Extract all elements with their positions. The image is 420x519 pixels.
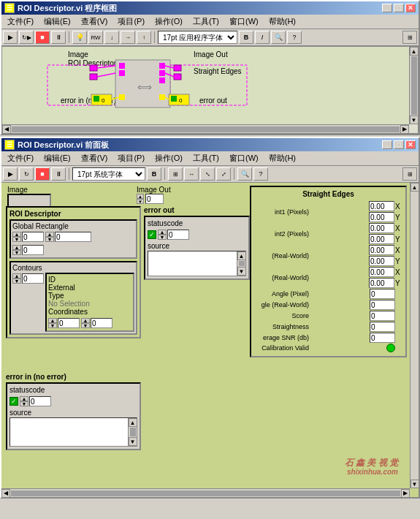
help-button[interactable]: ? bbox=[287, 31, 302, 44]
gr-ctrl-1[interactable]: ▲ ▼ bbox=[12, 232, 44, 242]
coord-ctrl-1[interactable]: ▲ ▼ bbox=[48, 318, 80, 328]
contours-up[interactable]: ▲ bbox=[12, 273, 21, 279]
coord-ctrl-2[interactable]: ▲ ▼ bbox=[81, 318, 112, 328]
italic-button[interactable]: I bbox=[255, 31, 270, 44]
menu-view[interactable]: 查看(V) bbox=[77, 15, 112, 28]
fp-menu-edit[interactable]: 编辑(E) bbox=[39, 152, 75, 164]
fp-scroll-down[interactable]: ▼ bbox=[411, 480, 419, 488]
fp-help-button[interactable]: ? bbox=[253, 167, 268, 181]
fp-resize-button[interactable]: ⤡ bbox=[200, 167, 215, 181]
error-in-arrows[interactable]: ▲ ▼ bbox=[20, 396, 28, 406]
menu-project[interactable]: 项目(P) bbox=[113, 15, 149, 28]
maximize-button[interactable]: □ bbox=[394, 4, 404, 12]
error-out-vscroll[interactable]: ▲ ▼ bbox=[237, 251, 245, 276]
run-button[interactable]: ▶ bbox=[3, 31, 18, 44]
menu-file[interactable]: 文件(F) bbox=[3, 15, 38, 28]
fp-align-button[interactable]: ⊞ bbox=[168, 167, 183, 181]
coord-input-1[interactable] bbox=[58, 318, 80, 328]
eo-scroll-down[interactable]: ▼ bbox=[237, 267, 246, 276]
gr-ctrl-2[interactable]: ▲ ▼ bbox=[45, 232, 91, 242]
angle-real-input[interactable] bbox=[370, 300, 395, 310]
retain-button[interactable]: RW bbox=[88, 31, 103, 44]
gr-input-2[interactable] bbox=[55, 232, 91, 242]
bold-button[interactable]: B bbox=[239, 31, 253, 44]
error-in-down[interactable]: ▼ bbox=[20, 401, 28, 406]
contours-num[interactable]: ▲ ▼ bbox=[12, 273, 44, 284]
diagram-vscroll[interactable]: ▲ ▼ bbox=[409, 47, 418, 124]
coord-up-2[interactable]: ▲ bbox=[81, 318, 90, 323]
coord-input-2[interactable] bbox=[91, 318, 112, 328]
fp-hscroll[interactable]: ◀ ▶ bbox=[1, 488, 410, 497]
coord-up-1[interactable]: ▲ bbox=[48, 318, 57, 323]
error-in-checkbox[interactable]: ✓ bbox=[9, 397, 18, 406]
step-out-button[interactable]: ↑ bbox=[137, 31, 151, 44]
image-out-up-arrow[interactable]: ▲ bbox=[137, 194, 144, 199]
gr-input-3[interactable] bbox=[22, 245, 44, 255]
ei-scroll-up[interactable]: ▲ bbox=[129, 418, 137, 427]
fp-menu-tools[interactable]: 工具(T) bbox=[188, 152, 224, 164]
ei-scroll-down[interactable]: ▼ bbox=[129, 437, 137, 446]
rw2-x-input[interactable] bbox=[369, 267, 394, 277]
contours-down[interactable]: ▼ bbox=[12, 279, 21, 284]
menu-help[interactable]: 帮助(H) bbox=[264, 15, 300, 28]
angle-pixel-input[interactable] bbox=[370, 289, 395, 299]
fp-font-dropdown[interactable]: 17pt 系统字体 bbox=[72, 167, 145, 181]
snr-input[interactable] bbox=[370, 333, 395, 343]
scroll-down-btn[interactable]: ▼ bbox=[410, 115, 419, 124]
error-out-arrows[interactable]: ▲ ▼ bbox=[158, 230, 167, 240]
fp-menu-operate[interactable]: 操作(O) bbox=[150, 152, 187, 164]
step-into-button[interactable]: ↓ bbox=[104, 31, 119, 44]
font-dropdown[interactable]: 17pt 应用程序字体 bbox=[158, 31, 237, 44]
error-in-vscroll[interactable]: ▲ ▼ bbox=[128, 418, 137, 446]
coord-arrows-1[interactable]: ▲ ▼ bbox=[48, 318, 57, 328]
point1-y-input[interactable] bbox=[369, 212, 394, 222]
abort-button[interactable]: ■ bbox=[35, 31, 50, 44]
scroll-right-btn[interactable]: ▶ bbox=[400, 125, 409, 134]
fp-minimize-button[interactable]: _ bbox=[382, 140, 392, 149]
error-out-num[interactable]: ▲ ▼ bbox=[158, 230, 189, 240]
gr-down-1[interactable]: ▼ bbox=[12, 237, 21, 242]
fp-menu-window[interactable]: 窗口(W) bbox=[225, 152, 263, 164]
run-continuously-button[interactable]: ↻▶ bbox=[19, 31, 34, 44]
fp-search-button[interactable]: 🔍 bbox=[237, 167, 252, 181]
fp-maximize-button[interactable]: □ bbox=[394, 140, 404, 149]
highlight-button[interactable]: 💡 bbox=[72, 31, 87, 44]
coord-down-1[interactable]: ▼ bbox=[48, 323, 57, 328]
eo-scroll-up[interactable]: ▲ bbox=[237, 251, 246, 260]
error-out-up[interactable]: ▲ bbox=[158, 230, 167, 235]
fp-scroll-left[interactable]: ◀ bbox=[1, 489, 10, 498]
coord-arrows-2[interactable]: ▲ ▼ bbox=[81, 318, 90, 328]
score-input[interactable] bbox=[370, 311, 395, 321]
gr-arrows-3[interactable]: ▲ ▼ bbox=[12, 245, 21, 255]
fp-bold-button[interactable]: B bbox=[147, 167, 161, 181]
gr-up-2[interactable]: ▲ bbox=[45, 232, 54, 237]
menu-tools[interactable]: 工具(T) bbox=[188, 15, 224, 28]
fp-pause-button[interactable]: ⏸ bbox=[51, 167, 66, 181]
fp-menu-file[interactable]: 文件(F) bbox=[3, 152, 38, 164]
fp-menu-project[interactable]: 项目(P) bbox=[113, 152, 149, 164]
error-out-down[interactable]: ▼ bbox=[158, 235, 167, 240]
error-in-up[interactable]: ▲ bbox=[20, 396, 28, 401]
fp-vscroll[interactable]: ▲ ▼ bbox=[410, 183, 419, 488]
rw2-y-input[interactable] bbox=[369, 278, 394, 288]
fp-scroll-up[interactable]: ▲ bbox=[411, 183, 419, 192]
fp-run-cont-button[interactable]: ↻ bbox=[19, 167, 34, 181]
fp-close-button[interactable]: ✕ bbox=[405, 140, 416, 149]
error-out-checkbox[interactable]: ✓ bbox=[148, 230, 156, 239]
menu-window[interactable]: 窗口(W) bbox=[225, 15, 263, 28]
coord-down-2[interactable]: ▼ bbox=[81, 323, 90, 328]
gr-arrows-1[interactable]: ▲ ▼ bbox=[12, 232, 21, 242]
gr-input-1[interactable] bbox=[22, 232, 44, 242]
menu-edit[interactable]: 编辑(E) bbox=[39, 15, 75, 28]
straightness-input[interactable] bbox=[370, 322, 395, 332]
diagram-hscroll[interactable]: ◀ ▶ bbox=[2, 124, 409, 133]
rw1-x-input[interactable] bbox=[369, 245, 394, 255]
close-button[interactable]: ✕ bbox=[405, 4, 416, 12]
gr-down-3[interactable]: ▼ bbox=[12, 250, 21, 255]
error-in-num[interactable]: ▲ ▼ bbox=[20, 396, 51, 406]
scroll-up-btn[interactable]: ▲ bbox=[410, 47, 419, 56]
fp-scroll-right[interactable]: ▶ bbox=[401, 489, 410, 498]
gr-up-3[interactable]: ▲ bbox=[12, 245, 21, 250]
gr-down-2[interactable]: ▼ bbox=[45, 237, 54, 242]
fp-menu-help[interactable]: 帮助(H) bbox=[264, 152, 300, 164]
